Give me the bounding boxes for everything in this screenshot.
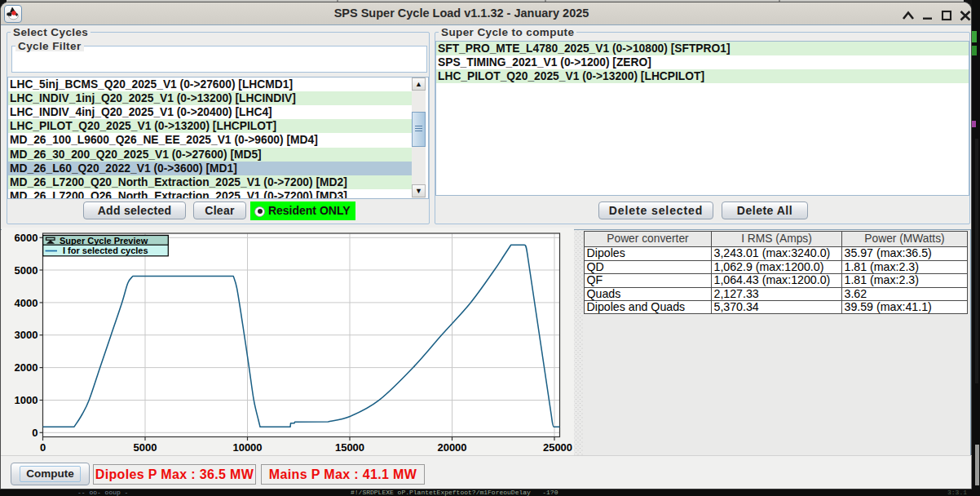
svg-text:0: 0: [32, 427, 38, 439]
svg-text:0: 0: [40, 441, 46, 454]
svg-text:1000: 1000: [15, 394, 38, 406]
svg-text:3000: 3000: [15, 329, 38, 341]
svg-text:6000: 6000: [15, 232, 38, 244]
svg-text:I for selected cycles: I for selected cycles: [63, 246, 148, 255]
svg-text:15000: 15000: [335, 441, 364, 454]
svg-text:4000: 4000: [15, 297, 38, 309]
svg-text:2000: 2000: [15, 361, 38, 374]
svg-text:Super Cycle Preview: Super Cycle Preview: [60, 236, 148, 246]
svg-text:20000: 20000: [437, 441, 466, 454]
svg-text:10000: 10000: [232, 441, 262, 454]
svg-text:5000: 5000: [15, 264, 38, 277]
svg-text:25000: 25000: [543, 441, 572, 454]
svg-text:5000: 5000: [134, 441, 157, 454]
